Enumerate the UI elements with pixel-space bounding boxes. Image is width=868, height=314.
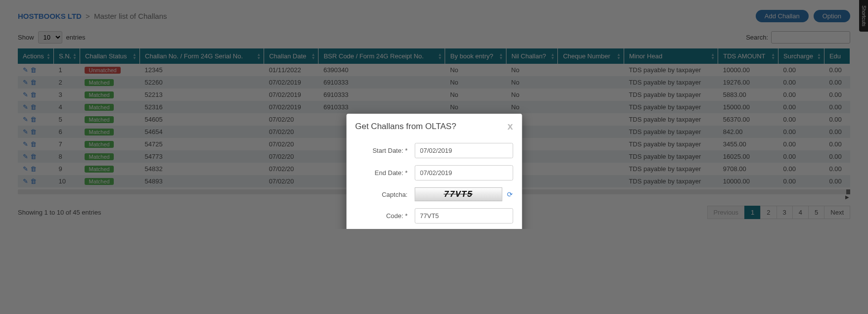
oltas-modal: Get Challans from OLTAS? x Start Date: *… [346,114,522,229]
end-date-input[interactable] [414,165,513,180]
end-date-label: End Date: * [355,169,414,177]
close-icon[interactable]: x [507,121,513,132]
code-label: Code: * [355,212,414,220]
captcha-image: 77VT5 [414,187,502,201]
start-date-label: Start Date: * [355,147,414,154]
modal-title: Get Challans from OLTAS? [355,122,456,132]
refresh-icon[interactable]: ⟳ [507,190,513,198]
captcha-label: Captcha: [355,191,414,198]
code-input[interactable] [414,208,513,224]
start-date-input[interactable] [414,143,513,158]
